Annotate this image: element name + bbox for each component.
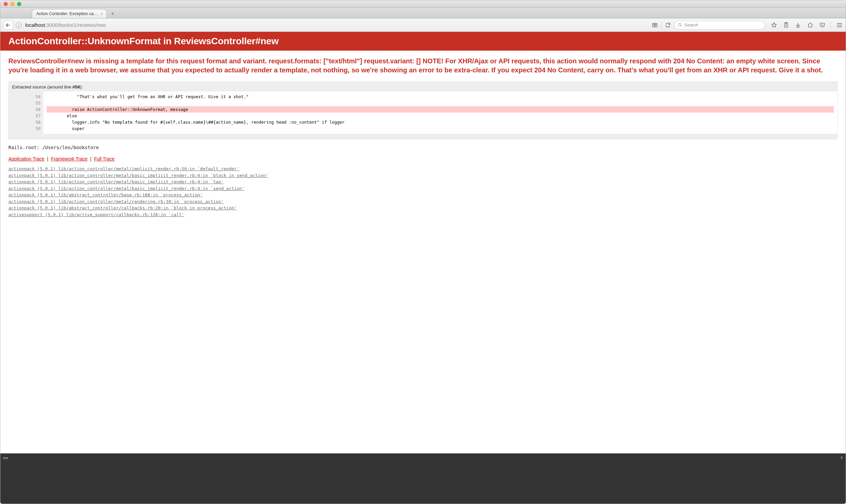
browser-tab[interactable]: Action Controller: Exception ca… × [32, 9, 107, 18]
source-line: else [47, 113, 834, 119]
source-header: Extracted source (around line #56): [9, 85, 837, 91]
toolbar-right-icons [770, 21, 843, 29]
tab-title: Action Controller: Exception ca… [36, 12, 98, 16]
window-minimize-button[interactable] [11, 2, 14, 6]
error-message: ReviewsController#new is missing a templ… [8, 57, 838, 75]
source-line: super [47, 125, 834, 132]
browser-toolbar: i localhost:3000/books/1/reviews/new Sea… [0, 18, 846, 32]
stack-trace: actionpack (5.0.1) lib/action_controller… [8, 165, 838, 218]
arrow-left-icon [5, 22, 11, 28]
new-tab-button[interactable]: + [108, 10, 117, 17]
web-console[interactable]: >> x [0, 453, 846, 504]
source-line [47, 100, 834, 106]
trace-tab-application[interactable]: Application Trace [8, 156, 44, 162]
rails-root: Rails.root: /Users/leo/bookstore [8, 145, 838, 150]
extracted-source-block: Extracted source (around line #56): 5455… [8, 82, 838, 139]
trace-line[interactable]: activesupport (5.0.1) lib/active_support… [8, 212, 838, 218]
downloads-icon[interactable] [794, 21, 802, 29]
trace-tabs: Application Trace | Framework Trace | Fu… [8, 156, 838, 162]
toolbar-divider [661, 21, 661, 29]
trace-line[interactable]: actionpack (5.0.1) lib/action_controller… [8, 185, 838, 192]
svg-line-6 [680, 25, 681, 26]
window-titlebar [0, 0, 846, 8]
source-line: "That's what you'll get from an XHR or A… [47, 93, 834, 100]
bookmark-star-icon[interactable] [770, 21, 778, 29]
pocket-icon[interactable] [818, 21, 826, 29]
traffic-lights [4, 2, 21, 6]
window-zoom-button[interactable] [17, 2, 21, 6]
site-info-icon[interactable]: i [16, 22, 22, 28]
source-line: logger.info "No template found for #{sel… [47, 119, 834, 125]
reload-button[interactable] [664, 21, 672, 29]
source-code: 545556575859 "That's what you'll get fro… [9, 91, 837, 134]
console-close-button[interactable]: x [840, 455, 843, 460]
trace-line[interactable]: actionpack (5.0.1) lib/abstract_controll… [8, 205, 838, 212]
svg-marker-7 [772, 22, 776, 27]
back-button[interactable] [3, 20, 13, 30]
trace-tab-framework[interactable]: Framework Trace [51, 156, 88, 162]
url-host: localhost [25, 22, 45, 28]
svg-point-5 [679, 23, 681, 26]
search-box[interactable]: Search [674, 21, 765, 30]
reader-mode-icon[interactable] [651, 21, 658, 29]
rails-error-body: ReviewsController#new is missing a templ… [0, 51, 846, 453]
url-path: :3000/books/1/reviews/new [45, 22, 106, 28]
page-viewport: ActionController::UnknownFormat in Revie… [0, 32, 846, 504]
window-close-button[interactable] [4, 2, 8, 6]
trace-line[interactable]: actionpack (5.0.1) lib/action_controller… [8, 198, 838, 205]
trace-line[interactable]: actionpack (5.0.1) lib/action_controller… [8, 179, 838, 185]
source-lines: "That's what you'll get from an XHR or A… [43, 91, 837, 134]
tabstrip: Action Controller: Exception ca… × + [0, 8, 846, 18]
trace-tab-full[interactable]: Full Trace [94, 156, 115, 162]
svg-rect-8 [784, 23, 788, 27]
trace-line[interactable]: actionpack (5.0.1) lib/action_controller… [8, 165, 838, 172]
source-line: raise ActionController::UnknownFormat, m… [47, 106, 834, 113]
console-prompt[interactable]: >> [0, 453, 846, 463]
search-icon [678, 23, 682, 27]
address-bar[interactable]: localhost:3000/books/1/reviews/new [24, 21, 649, 29]
trace-line[interactable]: actionpack (5.0.1) lib/action_controller… [8, 172, 838, 179]
search-placeholder: Search [684, 22, 698, 28]
tab-close-button[interactable]: × [100, 12, 104, 16]
rails-error-header: ActionController::UnknownFormat in Revie… [0, 32, 846, 51]
home-icon[interactable] [807, 21, 814, 29]
hamburger-menu-icon[interactable] [835, 21, 843, 29]
error-title: ActionController::UnknownFormat in Revie… [8, 36, 838, 47]
trace-line[interactable]: actionpack (5.0.1) lib/abstract_controll… [8, 192, 838, 198]
line-numbers: 545556575859 [9, 91, 43, 134]
clipboard-icon[interactable] [782, 21, 790, 29]
toolbar-divider [831, 21, 831, 29]
